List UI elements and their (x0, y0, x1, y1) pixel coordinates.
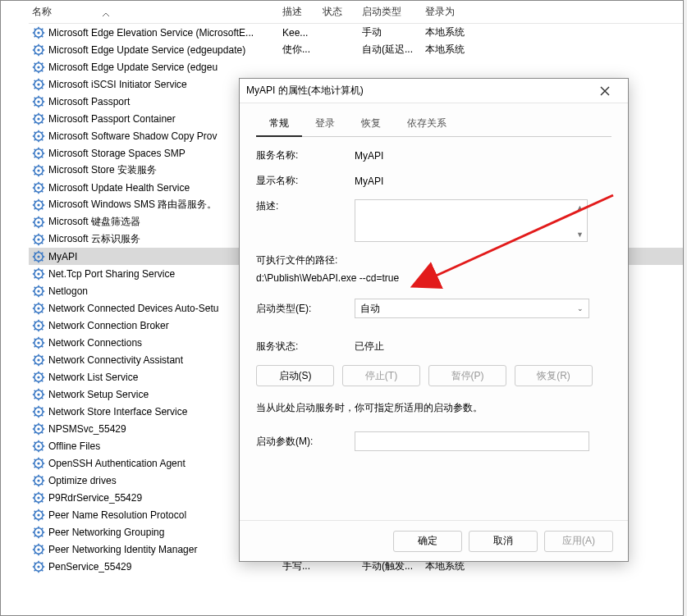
svg-line-107 (42, 208, 43, 208)
cancel-button[interactable]: 取消 (469, 531, 538, 552)
svg-line-306 (34, 545, 35, 545)
service-name: Microsoft Edge Elevation Service (Micros… (48, 27, 282, 39)
gear-icon (32, 216, 45, 229)
svg-line-298 (42, 527, 43, 528)
gear-icon (32, 78, 45, 91)
svg-line-129 (34, 242, 35, 243)
svg-line-108 (42, 200, 43, 201)
svg-line-136 (34, 252, 35, 253)
value-service-name[interactable]: MyAPI (355, 150, 383, 162)
svg-point-11 (37, 48, 39, 51)
col-header-startup[interactable]: 启动类型 (359, 5, 422, 19)
svg-line-79 (34, 156, 35, 157)
service-name: PenService_55429 (48, 561, 282, 573)
svg-point-261 (37, 479, 39, 481)
svg-line-56 (34, 114, 35, 115)
svg-point-81 (37, 169, 39, 171)
svg-line-297 (42, 535, 43, 536)
svg-line-228 (42, 407, 43, 408)
svg-line-188 (42, 338, 43, 339)
tab-recovery[interactable]: 恢复 (348, 112, 394, 137)
svg-line-308 (42, 545, 43, 545)
start-params-input[interactable] (355, 431, 589, 451)
svg-line-307 (42, 552, 43, 553)
svg-line-9 (34, 35, 35, 36)
svg-line-186 (34, 338, 35, 339)
col-header-name[interactable]: 名称 (29, 5, 279, 19)
svg-line-109 (34, 208, 35, 208)
close-icon[interactable] (589, 80, 621, 103)
col-header-status[interactable]: 状态 (319, 5, 359, 19)
start-button[interactable]: 启动(S) (256, 365, 334, 386)
svg-line-88 (42, 166, 43, 167)
tab-dependencies[interactable]: 依存关系 (394, 112, 460, 137)
tab-bar: 常规 登录 恢复 依存关系 (256, 112, 611, 137)
svg-line-26 (34, 62, 35, 63)
svg-line-8 (42, 28, 43, 29)
svg-line-226 (34, 407, 35, 408)
gear-icon (32, 233, 45, 246)
label-start-params: 启动参数(M): (256, 435, 355, 449)
svg-line-198 (42, 355, 43, 356)
gear-icon (32, 388, 45, 401)
tab-logon[interactable]: 登录 (302, 112, 348, 137)
svg-point-251 (37, 462, 39, 464)
service-row[interactable]: Microsoft Edge Update Service (edgeupdat… (29, 41, 683, 58)
gear-icon (32, 526, 45, 539)
svg-line-177 (42, 328, 43, 329)
svg-line-156 (34, 286, 35, 287)
tab-general[interactable]: 常规 (256, 112, 302, 137)
svg-line-37 (42, 87, 43, 88)
dialog-footer: 确定 取消 应用(A) (240, 520, 628, 561)
svg-line-48 (42, 97, 43, 98)
svg-line-19 (34, 52, 35, 53)
svg-point-301 (37, 548, 39, 550)
svg-line-147 (42, 276, 43, 277)
svg-line-256 (34, 459, 35, 459)
service-startup: 手动 (362, 25, 425, 39)
value-exe-path: d:\Publish\WebAPI.exe --cd=true (256, 272, 611, 284)
svg-line-168 (42, 303, 43, 304)
service-logon: 本地系统 (425, 25, 507, 39)
chevron-down-icon: ⌄ (577, 304, 584, 313)
svg-line-219 (34, 397, 35, 398)
label-startup-type: 启动类型(E): (256, 302, 355, 316)
svg-line-7 (42, 35, 43, 36)
svg-line-96 (34, 183, 35, 184)
row-startup-type: 启动类型(E): 自动 ⌄ (256, 299, 611, 318)
svg-line-288 (42, 510, 43, 511)
svg-line-99 (34, 190, 35, 191)
description-box[interactable]: ▲ ▼ (355, 199, 588, 242)
svg-line-279 (34, 500, 35, 501)
svg-line-299 (34, 535, 35, 536)
label-service-status: 服务状态: (256, 340, 355, 354)
resume-button: 恢复(R) (515, 365, 593, 386)
svg-line-238 (42, 424, 43, 425)
service-row[interactable]: Microsoft Edge Update Service (edgeu (29, 58, 683, 75)
hint-text: 当从此处启动服务时，你可指定所适用的启动参数。 (256, 401, 611, 415)
svg-line-86 (34, 166, 35, 167)
label-exe-path: 可执行文件的路径: (256, 253, 611, 267)
svg-point-91 (37, 186, 39, 189)
scroll-up-icon[interactable]: ▲ (573, 200, 587, 214)
col-header-logon[interactable]: 登录为 (422, 5, 504, 19)
svg-point-131 (37, 255, 39, 258)
svg-line-179 (34, 328, 35, 329)
col-header-desc[interactable]: 描述 (279, 5, 319, 19)
svg-point-271 (37, 496, 39, 499)
svg-line-28 (42, 62, 43, 63)
svg-point-201 (37, 376, 39, 378)
pause-button: 暂停(P) (428, 365, 506, 386)
startup-type-select[interactable]: 自动 ⌄ (355, 299, 589, 318)
svg-line-169 (34, 311, 35, 312)
gear-icon (32, 440, 45, 453)
ok-button[interactable]: 确定 (393, 531, 462, 552)
service-row[interactable]: Microsoft Edge Elevation Service (Micros… (29, 24, 683, 41)
svg-point-71 (37, 152, 39, 154)
svg-line-227 (42, 414, 43, 415)
value-service-status: 已停止 (355, 340, 611, 354)
svg-line-189 (34, 345, 35, 346)
dialog-titlebar[interactable]: MyAPI 的属性(本地计算机) (240, 79, 628, 103)
scroll-down-icon[interactable]: ▼ (573, 227, 587, 241)
svg-line-246 (34, 441, 35, 442)
